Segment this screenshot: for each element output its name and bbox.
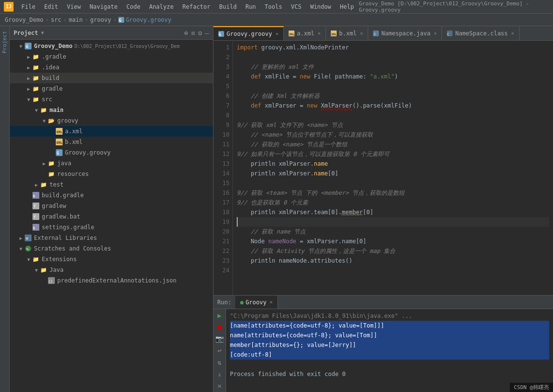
menu-edit[interactable]: Edit [40, 2, 62, 11]
wrap-button[interactable]: ↩ [215, 346, 225, 355]
console-tab-close[interactable]: ✕ [270, 299, 273, 305]
tab-namespace-class[interactable]: C NameSpace.class ✕ [442, 26, 519, 40]
menu-view[interactable]: View [63, 2, 85, 11]
code-line-7: def xmlParser = new XmlParser().parse(xm… [237, 101, 549, 110]
run-button[interactable]: ▶ [215, 311, 225, 320]
tree-item-ext-libs[interactable]: ▶ ≡ External Libraries [10, 233, 213, 243]
sort-button[interactable]: ⇅ [215, 358, 225, 367]
tree-label-gradlew-bat: gradlew.bat [42, 213, 80, 220]
breadcrumb-src[interactable]: src [51, 16, 62, 23]
project-dropdown-icon[interactable]: ▼ [41, 30, 44, 35]
code-line-1: import groovy.xml.XmlNodePrinter [237, 43, 549, 52]
tab-namespace-class-close[interactable]: ✕ [511, 31, 514, 36]
tree-item-extensions[interactable]: ▼ 📁 Extensions [10, 254, 213, 265]
close-console-button[interactable]: ✕ [215, 381, 225, 390]
menu-navigate[interactable]: Navigate [86, 2, 122, 11]
menu-file[interactable]: File [17, 2, 39, 11]
tree-item-idea[interactable]: ▶ 📁 .idea [10, 62, 213, 73]
locate-icon[interactable]: ⊕ [184, 29, 188, 37]
tree-item-java-ext[interactable]: ▼ 📁 Java [10, 265, 213, 275]
tree-item-build-gradle[interactable]: G build.gradle [10, 190, 213, 201]
console-tab-groovy[interactable]: ● Groovy ✕ [235, 296, 278, 309]
breadcrumb-main[interactable]: main [69, 16, 83, 23]
console-line-4: member[attributes={}; value=[Jerry]] [230, 340, 549, 350]
tree-item-predefined-json[interactable]: {} predefinedExternalAnnotations.json [10, 275, 213, 286]
line-numbers: 1 2 3 4 5 6 7 8 9 10 11 12 13 14 15 16 1… [213, 41, 233, 295]
folder-icon: 📁 [32, 63, 40, 71]
tab-axml-close[interactable]: ✕ [318, 31, 321, 36]
tree-item-settings-gradle[interactable]: G settings.gradle [10, 222, 213, 233]
tree-item-root[interactable]: ▼ G Groovy_Demo D:\002_Project\012_Groov… [10, 41, 213, 51]
tab-namespace-java[interactable]: J Namespace.java ✕ [368, 26, 442, 40]
folder-icon: 📁 [40, 266, 48, 274]
tree-item-java[interactable]: ▶ 📁 java [10, 158, 213, 169]
tree-item-test[interactable]: ▶ 📁 test [10, 179, 213, 190]
console-line-7: Process finished with exit code 0 [230, 369, 549, 379]
menu-vcs[interactable]: VCS [287, 2, 306, 11]
tab-axml[interactable]: XML a.xml ✕ [284, 26, 326, 40]
tree-label-scratches: Scratches and Consoles [34, 245, 111, 252]
svg-text:XML: XML [289, 32, 294, 36]
run-label: Run: [213, 299, 235, 306]
tab-axml-icon: XML [289, 31, 294, 36]
menu-help[interactable]: Help [336, 2, 358, 11]
tree-item-src[interactable]: ▼ 📁 src [10, 94, 213, 105]
settings-icon[interactable]: ⚙ [198, 29, 202, 37]
tree-item-groovy-folder[interactable]: ▼ 📂 groovy [10, 115, 213, 126]
project-panel: Project ▼ ⊕ ≡ ⚙ — ▼ G Groovy_Demo D:\002… [10, 26, 213, 392]
tree-item-groovy-file[interactable]: G Groovy.groovy [10, 147, 213, 158]
tab-groovy-close[interactable]: ✕ [276, 31, 278, 36]
tab-groovy[interactable]: G Groovy.groovy ✕ [213, 26, 284, 40]
code-line-21: Node nameNode = xmlParser.name[0] [237, 236, 549, 246]
tab-namespace-class-label: NameSpace.class [455, 30, 507, 37]
scroll-to-end-button[interactable]: ⇓ [215, 370, 225, 378]
editor-area: G Groovy.groovy ✕ XML a.xml ✕ XML b.xml … [213, 26, 553, 392]
menu-build[interactable]: Build [215, 2, 241, 11]
stop-button[interactable]: ■ [215, 323, 225, 331]
tab-namespace-java-close[interactable]: ✕ [434, 31, 437, 36]
project-tab-toggle[interactable]: Project [0, 28, 9, 56]
svg-text:G: G [57, 151, 59, 156]
tree-item-gradlew-bat[interactable]: f gradlew.bat [10, 211, 213, 222]
tree-arrow-groovy-folder: ▼ [41, 118, 48, 124]
scratches-icon: ✎ [24, 245, 32, 252]
code-line-18: println xmlParser.team[0].member[0] [237, 207, 549, 217]
tab-axml-label: a.xml [297, 30, 314, 37]
breadcrumb-groovy[interactable]: groovy [90, 16, 111, 23]
menu-refactor[interactable]: Refactor [179, 2, 214, 11]
collapse-icon[interactable]: ≡ [191, 29, 195, 37]
code-editor[interactable]: 1 2 3 4 5 6 7 8 9 10 11 12 13 14 15 16 1… [213, 41, 553, 295]
code-content[interactable]: import groovy.xml.XmlNodePrinter // 更解析的… [233, 41, 553, 295]
code-line-17: 9// 也是获取第 0 个元素 [237, 198, 549, 207]
menu-window[interactable]: Window [306, 2, 335, 11]
tree-item-build[interactable]: ▶ 📁 build [10, 73, 213, 83]
tree-item-gradle[interactable]: ▶ 📁 gradle [10, 83, 213, 94]
window-title: Groovy_Demo [D:\002_Project\012_Groovy\G… [359, 0, 549, 13]
tree-item-gradle-hidden[interactable]: ▶ 📁 .gradle [10, 51, 213, 62]
console-line-5: [code:utf-8] [230, 350, 549, 360]
tree-item-bxml[interactable]: XML b.xml [10, 137, 213, 147]
hide-icon[interactable]: — [205, 29, 209, 37]
code-line-10: // <name> 节点位于根节点下，可以直接获取 [237, 130, 549, 140]
tree-item-gradlew[interactable]: f gradlew [10, 201, 213, 211]
menu-tools[interactable]: Tools [261, 2, 286, 11]
breadcrumb-file[interactable]: Groovy.groovy [126, 16, 171, 23]
tree-label-axml: a.xml [65, 128, 82, 135]
breadcrumb-project[interactable]: Groovy_Demo [5, 16, 43, 23]
menu-code[interactable]: Code [123, 2, 145, 11]
folder-icon: 📁 [48, 159, 55, 167]
groovy-file-icon: G [118, 17, 124, 23]
tab-bxml-icon: XML [331, 31, 337, 36]
menu-run[interactable]: Run [242, 2, 260, 11]
menu-analyze[interactable]: Analyze [145, 2, 178, 11]
camera-button[interactable]: 📷 [215, 334, 225, 343]
tree-item-main[interactable]: ▼ 📁 main [10, 105, 213, 115]
console-output[interactable]: "C:\Program Files\Java\jdk1.8.0_91\bin\j… [226, 309, 553, 392]
tree-item-resources[interactable]: 📁 resources [10, 169, 213, 179]
tab-bxml-close[interactable]: ✕ [360, 31, 363, 36]
tab-bxml[interactable]: XML b.xml ✕ [326, 26, 368, 40]
project-panel-title: Project [14, 30, 38, 36]
tree-item-scratches[interactable]: ▼ ✎ Scratches and Consoles [10, 243, 213, 254]
tree-item-axml[interactable]: XML a.xml [10, 126, 213, 137]
xml-file-icon: XML [55, 127, 63, 135]
